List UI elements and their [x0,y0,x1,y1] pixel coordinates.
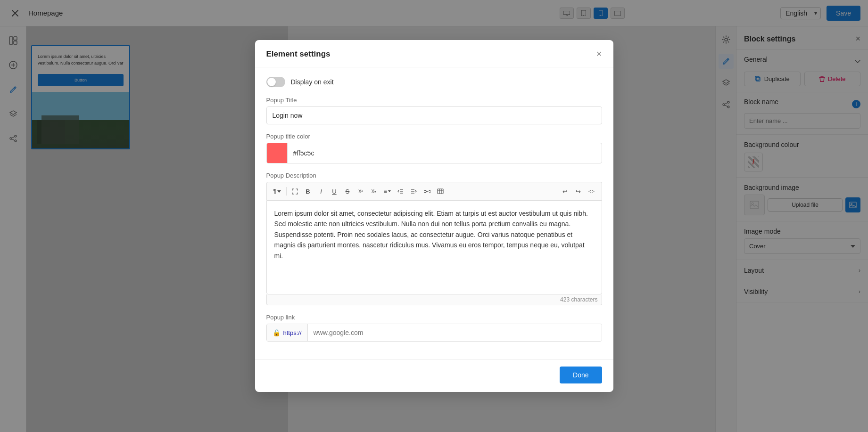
lock-icon: 🔒 [273,329,281,336]
align-icon: ≡ [384,188,387,195]
popup-title-color-row [266,143,602,163]
popup-link-group: Popup link 🔒 https:// [266,314,602,342]
fullscreen-icon [292,188,298,195]
align-dropdown[interactable]: ≡ [381,187,394,196]
table-button[interactable] [434,185,446,197]
modal-overlay[interactable]: Element settings × Display on exit Popup… [0,0,868,432]
char-count: 423 characters [560,296,597,303]
popup-title-color-input[interactable] [288,145,602,162]
popup-title-color-group: Popup title color [266,133,602,163]
popup-title-color-swatch[interactable] [267,143,288,163]
indent-icon [411,189,417,194]
svg-rect-40 [438,189,443,194]
toolbar-right: ↩ ↪ <> [559,185,598,197]
indent-button[interactable] [408,185,420,197]
modal-footer: Done [255,359,613,392]
outdent-icon [397,189,404,194]
underline-button[interactable]: U [328,185,340,197]
strikethrough-button[interactable]: S [341,185,354,197]
popup-link-row: 🔒 https:// [266,324,602,342]
subscript-button[interactable]: X₂ [368,185,380,197]
popup-link-input[interactable] [308,324,602,341]
popup-title-input[interactable] [266,106,602,124]
link-button[interactable] [421,185,433,197]
outdent-button[interactable] [395,185,407,197]
link-prefix-text: https:// [283,329,302,336]
italic-button[interactable]: I [315,185,327,197]
popup-title-color-label: Popup title color [266,133,602,140]
popup-title-color-preview [271,147,283,159]
fullscreen-dropdown[interactable] [289,187,301,196]
popup-description-label: Popup Description [266,172,602,179]
code-button[interactable]: <> [586,185,598,197]
popup-title-group: Popup Title [266,97,602,124]
bold-button[interactable]: B [302,185,314,197]
link-icon [424,189,430,194]
modal-close-button[interactable]: × [596,49,602,59]
modal-header: Element settings × [255,40,613,67]
display-on-exit-toggle[interactable] [266,77,285,87]
undo-button[interactable]: ↩ [559,185,571,197]
popup-link-label: Popup link [266,314,602,321]
popup-title-label: Popup Title [266,97,602,104]
paragraph-dropdown[interactable]: ¶ [271,187,284,196]
toggle-knob [267,78,276,86]
link-prefix: 🔒 https:// [267,324,308,341]
paragraph-chevron-icon [277,190,281,193]
superscript-button[interactable]: X² [355,185,367,197]
description-editor[interactable]: Lorem ipsum dolor sit amet, consectetur … [266,200,602,294]
align-chevron-icon [388,190,391,192]
redo-button[interactable]: ↪ [572,185,585,197]
paragraph-icon: ¶ [273,188,276,195]
display-on-exit-row: Display on exit [266,77,602,87]
display-on-exit-label: Display on exit [291,78,334,86]
element-settings-modal: Element settings × Display on exit Popup… [255,40,613,392]
modal-title: Element settings [266,49,331,59]
toolbar-divider-1 [286,187,287,196]
modal-body: Display on exit Popup Title Popup title … [255,67,613,359]
done-button[interactable]: Done [560,367,602,383]
char-count-bar: 423 characters [266,294,602,305]
popup-description-group: Popup Description ¶ B I U S X² X₂ [266,172,602,305]
table-icon [437,188,444,194]
description-toolbar: ¶ B I U S X² X₂ ≡ [266,182,602,200]
